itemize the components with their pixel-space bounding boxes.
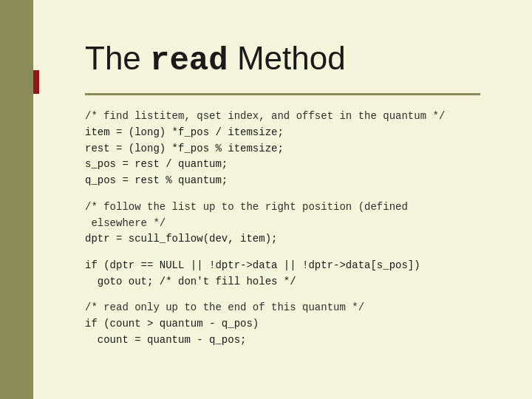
title-divider: [85, 93, 480, 95]
code-section-1: /* find listitem, qset index, and offset…: [85, 109, 480, 188]
code-line: /* follow the list up to the right posit…: [85, 200, 480, 216]
code-line: item = (long) *f_pos / itemsize;: [85, 125, 480, 141]
code-block: /* find listitem, qset index, and offset…: [85, 109, 480, 348]
code-line: elsewhere */: [85, 216, 480, 232]
code-line: goto out; /* don't fill holes */: [85, 274, 480, 290]
code-line: if (count > quantum - q_pos): [85, 316, 480, 332]
code-line: q_pos = rest % quantum;: [85, 173, 480, 189]
title-suffix: Method: [228, 40, 346, 76]
code-line: dptr = scull_follow(dev, item);: [85, 231, 480, 248]
code-line: /* read only up to the end of this quant…: [85, 300, 480, 316]
left-decoration-bar: [0, 0, 33, 399]
slide-title: The read Method: [85, 41, 480, 78]
slide-content: The read Method /* find listitem, qset i…: [63, 22, 502, 377]
title-prefix: The: [85, 40, 150, 76]
code-section-2: /* follow the list up to the right posit…: [85, 200, 480, 248]
code-line: if (dptr == NULL || !dptr->data || !dptr…: [85, 258, 480, 274]
code-section-3: if (dptr == NULL || !dptr->data || !dptr…: [85, 258, 480, 290]
code-line: count = quantum - q_pos;: [85, 332, 480, 349]
code-line: rest = (long) *f_pos % itemsize;: [85, 141, 480, 157]
code-line: s_pos = rest / quantum;: [85, 157, 480, 173]
slide: The read Method /* find listitem, qset i…: [0, 0, 532, 399]
code-section-4: /* read only up to the end of this quant…: [85, 300, 480, 348]
accent-bar: [33, 70, 39, 94]
title-mono: read: [150, 42, 228, 79]
code-line: /* find listitem, qset index, and offset…: [85, 109, 480, 125]
